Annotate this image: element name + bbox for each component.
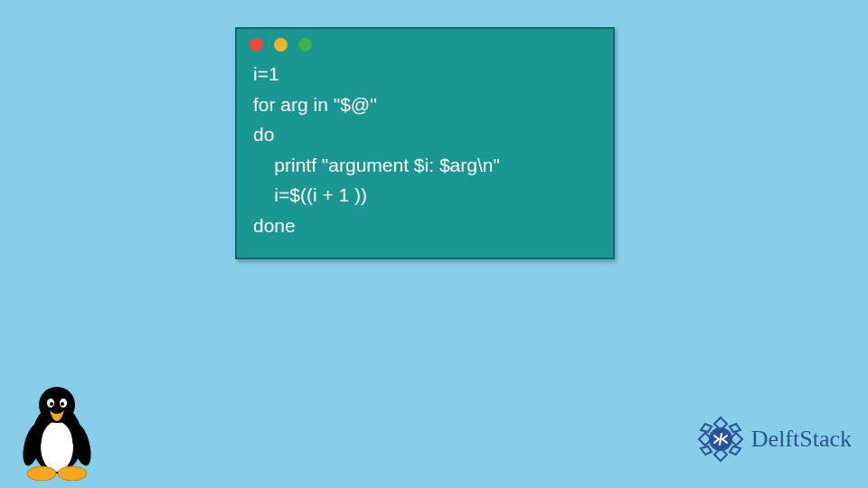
window-titlebar <box>237 29 613 53</box>
svg-point-6 <box>61 402 64 406</box>
delftstack-logo: DelftStack <box>695 414 852 465</box>
delftstack-text: DelftStack <box>751 426 852 453</box>
svg-point-10 <box>58 466 87 481</box>
minimize-dot-icon <box>274 38 288 52</box>
svg-point-1 <box>41 421 73 472</box>
tux-penguin-icon <box>16 381 98 481</box>
code-block: i=1 for arg in "$@" do printf "argument … <box>237 53 613 258</box>
delftstack-badge-icon <box>695 414 746 465</box>
close-dot-icon <box>250 38 263 52</box>
maximize-dot-icon <box>298 38 312 52</box>
svg-point-9 <box>27 466 56 481</box>
svg-point-5 <box>50 402 53 406</box>
code-window: i=1 for arg in "$@" do printf "argument … <box>235 27 615 259</box>
